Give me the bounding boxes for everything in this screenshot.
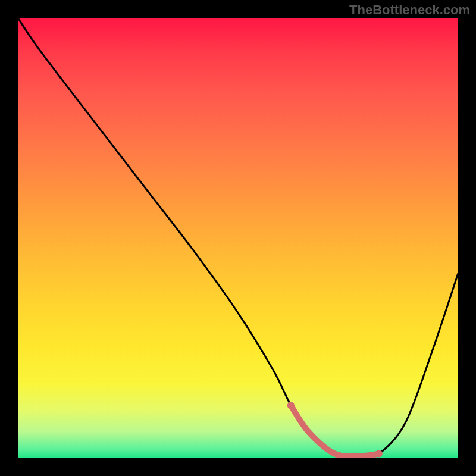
chart-svg <box>18 18 458 458</box>
optimal-end-dot <box>375 450 383 458</box>
bottleneck-line <box>18 18 458 457</box>
optimal-range-highlight <box>291 405 379 456</box>
optimal-start-dot <box>287 402 295 409</box>
watermark-text: TheBottleneck.com <box>349 2 470 18</box>
chart-area <box>18 18 458 458</box>
